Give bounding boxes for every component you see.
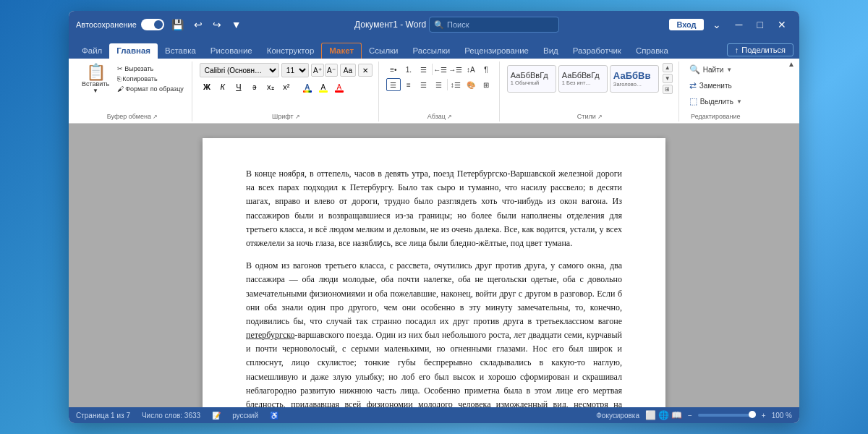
minimize-button[interactable]: ─ [730,17,749,32]
tab-file[interactable]: Файл [75,43,109,59]
autosave-toggle[interactable] [141,19,164,30]
customize-qat-icon[interactable]: ▼ [229,17,244,32]
tab-references[interactable]: Ссылки [362,43,406,59]
tab-draw[interactable]: Рисование [203,43,260,59]
font-size-select[interactable]: 11 [281,63,309,77]
signin-button[interactable]: Вход [669,19,703,30]
tab-developer[interactable]: Разработчик [566,43,629,59]
borders-button[interactable]: ⊞ [479,78,493,91]
tab-design[interactable]: Конструктор [260,43,322,59]
superscript-button[interactable]: х² [279,80,294,94]
styles-expand-icon[interactable]: ↗ [597,114,603,120]
clear-formatting-button[interactable]: ✕ [358,64,373,77]
print-layout-icon[interactable]: ⬜ [645,410,656,420]
increase-indent-button[interactable]: →☰ [448,63,463,76]
select-icon: ⬚ [689,96,697,106]
clipboard-expand-icon[interactable]: ↗ [153,114,158,120]
align-center-button[interactable]: ≡ [401,78,416,91]
tab-mailings[interactable]: Рассылки [406,43,458,59]
tab-view[interactable]: Вид [536,43,566,59]
cut-icon: ✂ [117,65,123,72]
close-button[interactable]: ✕ [772,17,792,32]
find-button[interactable]: 🔍 Найти ▼ [686,63,745,76]
word-count[interactable]: Число слов: 3633 [142,412,200,420]
align-left-button[interactable]: ☰ [386,78,401,91]
styles-scroll-down[interactable]: ▼ [663,74,673,83]
style-no-spacing[interactable]: АаБбВвГд 1 Без инт… [558,65,608,93]
save-icon[interactable]: 💾 [169,17,187,32]
highlight-button[interactable]: А [316,80,331,94]
format-painter-button[interactable]: 🖌 Формат по образцу [115,85,186,93]
accessibility-icon[interactable]: ♿ [270,412,278,420]
bullets-button[interactable]: ≡• [386,63,401,76]
zoom-minus[interactable]: − [688,412,692,420]
multilevel-list-button[interactable]: ☰ [417,63,431,76]
copy-icon: ⎘ [117,75,121,82]
tab-review[interactable]: Рецензирование [457,43,536,59]
style-normal[interactable]: АаБбВвГд 1 Обычный [507,65,556,93]
font-color-button[interactable]: А [332,80,346,94]
shading-button[interactable]: 🎨 [464,78,478,91]
font-decrease-button[interactable]: A⁻ [325,64,338,77]
document-area[interactable]: В конце ноября, в оттепель, часов в девя… [69,124,799,407]
immersive-reader-icon[interactable]: 📖 [671,410,682,420]
undo-icon[interactable]: ↩ [191,17,205,32]
autosave-label: Автосохранение [76,20,137,29]
language[interactable]: русский [232,412,258,420]
share-icon: ↑ [735,46,739,54]
separator [432,64,433,75]
zoom-percent[interactable]: 100 % [772,412,792,420]
search-box[interactable]: 🔍 Поиск [429,17,559,33]
underlined-word: петербургско [246,330,294,340]
sort-button[interactable]: ↕A [464,63,478,76]
text-effects-button[interactable]: А [300,80,315,94]
decrease-indent-button[interactable]: ←☰ [433,63,448,76]
show-formatting-button[interactable]: ¶ [479,63,493,76]
styles-scroll-up[interactable]: ▲ [663,63,673,72]
copy-button[interactable]: ⎘ Копировать [115,75,186,83]
numbering-button[interactable]: 1. [401,63,416,76]
title-bar-right: Вход ⌄ ─ □ ✕ [669,17,792,32]
font-family-select[interactable]: Calibri (Основн… [200,63,279,77]
tab-layout[interactable]: Макет [321,43,362,59]
select-button[interactable]: ⬚ Выделить ▼ [686,95,745,108]
focus-mode-button[interactable]: Фокусировка [596,412,639,420]
share-button[interactable]: ↑ Поделиться [727,43,793,56]
ribbon-collapse-button[interactable]: ▲ [783,59,799,69]
maximize-button[interactable]: □ [752,17,769,32]
italic-button[interactable]: К [216,80,230,94]
ribbon-tabs: Файл Главная Вставка Рисование Конструкт… [69,38,799,59]
line-spacing-button[interactable]: ↕☰ [448,78,463,91]
tab-insert[interactable]: Вставка [158,43,203,59]
text-effects-icon: А [305,83,310,91]
paste-button[interactable]: 📋 Вставить ▼ [79,63,112,95]
spell-check-icon[interactable]: 📝 [212,412,221,420]
paragraph-expand-icon[interactable]: ↗ [447,114,452,120]
tab-help[interactable]: Справка [629,43,676,59]
strikethrough-button[interactable]: з [247,80,262,94]
replace-button[interactable]: ⇄ Заменить [686,79,745,92]
web-layout-icon[interactable]: 🌐 [658,410,669,420]
paragraph-1: В конце ноября, в оттепель, часов в девя… [246,167,622,250]
underline-button[interactable]: Ч [231,80,246,94]
redo-icon[interactable]: ↪ [210,17,224,32]
change-case-button[interactable]: Аа [340,64,356,77]
zoom-thumb[interactable] [749,411,756,418]
tab-home[interactable]: Главная [109,43,158,59]
zoom-slider[interactable] [698,414,756,417]
align-right-button[interactable]: ☰ [417,78,431,91]
styles-expand[interactable]: ⊞ [663,85,673,94]
ribbon-display-button[interactable]: ⌄ [707,17,727,32]
bold-button[interactable]: Ж [200,80,214,94]
cut-button[interactable]: ✂ Вырезать [115,64,186,73]
justify-button[interactable]: ☰ [432,78,446,91]
separator [447,79,448,90]
font-expand-icon[interactable]: ↗ [295,114,300,120]
font-increase-button[interactable]: A⁺ [311,64,324,77]
style-heading1[interactable]: АаБбВв Заголово… [610,65,659,93]
subscript-button[interactable]: х₂ [263,80,278,94]
page-info[interactable]: Страница 1 из 7 [76,412,130,420]
select-dropdown-icon: ▼ [736,98,742,105]
zoom-plus[interactable]: + [762,412,766,420]
styles-scroll: ▲ ▼ ⊞ [663,63,673,94]
